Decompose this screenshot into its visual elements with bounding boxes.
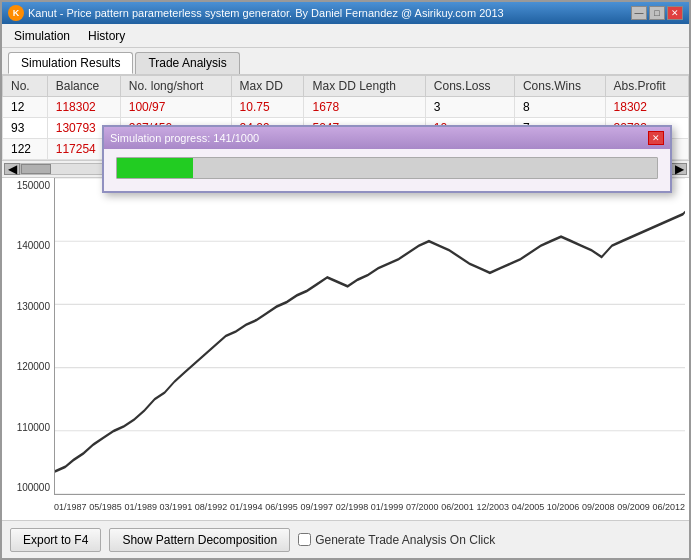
export-f4-button[interactable]: Export to F4 (10, 528, 101, 552)
cell-consloss: 3 (425, 97, 514, 118)
x-label: 02/1998 (336, 502, 369, 512)
main-window: K Kanut - Price pattern parameterless sy… (0, 0, 691, 560)
x-label: 04/2005 (512, 502, 545, 512)
chart-section: 150000 140000 130000 120000 110000 10000… (2, 178, 689, 520)
generate-analysis-checkbox[interactable] (298, 533, 311, 546)
col-maxdd: Max DD (231, 76, 304, 97)
x-label: 12/2003 (476, 502, 509, 512)
x-label: 06/2012 (652, 502, 685, 512)
generate-analysis-text: Generate Trade Analysis On Click (315, 533, 495, 547)
y-label-1: 140000 (17, 240, 50, 251)
bottom-bar: Export to F4 Show Pattern Decomposition … (2, 520, 689, 558)
x-label: 06/1995 (265, 502, 298, 512)
x-label: 01/1994 (230, 502, 263, 512)
y-label-5: 100000 (17, 482, 50, 493)
y-label-2: 130000 (17, 301, 50, 312)
col-no: No. (3, 76, 48, 97)
window-title: Kanut - Price pattern parameterless syst… (28, 7, 504, 19)
x-label: 09/1997 (300, 502, 333, 512)
x-label: 01/1999 (371, 502, 404, 512)
title-bar-left: K Kanut - Price pattern parameterless sy… (8, 5, 504, 21)
menu-simulation[interactable]: Simulation (6, 27, 78, 45)
scrollbar-thumb[interactable] (21, 164, 51, 174)
progress-body (104, 149, 670, 191)
title-buttons: — □ ✕ (631, 6, 683, 20)
y-label-4: 110000 (17, 422, 50, 433)
cell-longshort: 100/97 (120, 97, 231, 118)
tab-simulation-results[interactable]: Simulation Results (8, 52, 133, 74)
x-label: 07/2000 (406, 502, 439, 512)
col-consloss: Cons.Loss (425, 76, 514, 97)
chart-y-labels: 150000 140000 130000 120000 110000 10000… (2, 178, 54, 495)
generate-analysis-label: Generate Trade Analysis On Click (298, 533, 495, 547)
col-absprofit: Abs.Profit (605, 76, 688, 97)
progress-track (116, 157, 658, 179)
y-label-0: 150000 (17, 180, 50, 191)
x-label: 05/1985 (89, 502, 122, 512)
cell-maxddlen: 1678 (304, 97, 425, 118)
title-bar: K Kanut - Price pattern parameterless sy… (2, 2, 689, 24)
scroll-left-btn[interactable]: ◀ (4, 163, 20, 175)
col-balance: Balance (47, 76, 120, 97)
chart-x-labels: 01/1987 05/1985 01/1989 03/1991 08/1992 … (54, 498, 685, 516)
y-label-3: 120000 (17, 361, 50, 372)
menu-history[interactable]: History (80, 27, 133, 45)
progress-title-bar: Simulation progress: 141/1000 ✕ (104, 127, 670, 149)
cell-maxdd: 10.75 (231, 97, 304, 118)
scroll-right-btn[interactable]: ▶ (671, 163, 687, 175)
close-button[interactable]: ✕ (667, 6, 683, 20)
cell-conswins: 8 (514, 97, 605, 118)
progress-fill (117, 158, 193, 178)
content-area: No. Balance No. long/short Max DD Max DD… (2, 75, 689, 520)
x-label: 10/2006 (547, 502, 580, 512)
x-label: 08/1992 (195, 502, 228, 512)
x-label: 01/1987 (54, 502, 87, 512)
menu-bar: Simulation History (2, 24, 689, 48)
x-label: 03/1991 (160, 502, 193, 512)
cell-absprofit: 18302 (605, 97, 688, 118)
progress-dialog: Simulation progress: 141/1000 ✕ (102, 125, 672, 193)
table-row: 12 118302 100/97 10.75 1678 3 8 18302 (3, 97, 689, 118)
tab-trade-analysis[interactable]: Trade Analysis (135, 52, 239, 74)
cell-balance: 118302 (47, 97, 120, 118)
x-label: 01/1989 (124, 502, 157, 512)
minimize-button[interactable]: — (631, 6, 647, 20)
show-pattern-button[interactable]: Show Pattern Decomposition (109, 528, 290, 552)
maximize-button[interactable]: □ (649, 6, 665, 20)
cell-no: 122 (3, 139, 48, 160)
col-maxddlen: Max DD Length (304, 76, 425, 97)
chart-canvas (54, 178, 685, 495)
app-icon: K (8, 5, 24, 21)
tab-bar: Simulation Results Trade Analysis (2, 48, 689, 75)
progress-dialog-title: Simulation progress: 141/1000 (110, 132, 259, 144)
cell-no: 12 (3, 97, 48, 118)
cell-no: 93 (3, 118, 48, 139)
x-label: 06/2001 (441, 502, 474, 512)
progress-close-button[interactable]: ✕ (648, 131, 664, 145)
x-label: 09/2008 (582, 502, 615, 512)
chart-svg (55, 178, 685, 494)
x-label: 09/2009 (617, 502, 650, 512)
col-conswins: Cons.Wins (514, 76, 605, 97)
col-longshort: No. long/short (120, 76, 231, 97)
